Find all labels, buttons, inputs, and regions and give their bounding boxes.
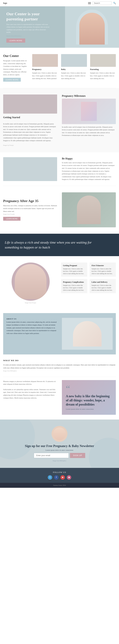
baby-col-title: Baby [61, 68, 87, 71]
topic-card-text-0: Sample text. Click to select the text bo… [63, 268, 85, 275]
be-happy-image [3, 157, 57, 181]
milestones-text: In mollis nunc sed id semper risus in fe… [62, 126, 116, 137]
newsletter-baby-image [52, 426, 67, 442]
quote-mark: “ [66, 385, 112, 392]
footer: Summa footer 2024 [0, 483, 119, 488]
pharetra-right: “ A new baby is like the beginning of al… [62, 380, 116, 415]
topic-card-first-trimester: First Trimester Sample text. Click to se… [90, 262, 116, 277]
quote-text: Life is always a rich and steady time wh… [5, 240, 100, 250]
about-right [62, 318, 113, 350]
hero-image [65, 6, 119, 48]
parenting-image [90, 54, 116, 67]
hero-image-circle [76, 10, 108, 44]
newsletter-title: Sign up for our Free Pregnancy & Baby Ne… [3, 444, 116, 448]
topic-card-title-3: Labor and Delivery [92, 281, 114, 283]
topic-card-complications: Pregnancy Complications Sample text. Cli… [61, 279, 87, 293]
getting-started-left: Getting Started In mollis nunc sed id se… [3, 94, 57, 146]
what-we-do-title: WHAT WE DO [3, 359, 116, 362]
getting-started-image [3, 94, 57, 114]
pregnancy-col: Pregnancy Sample text. Click to select t… [32, 54, 58, 82]
topics-grid: Getting Pregnant Sample text. Click to s… [61, 262, 116, 293]
getting-started-grid: Getting Started In mollis nunc sed id se… [3, 94, 116, 146]
topic-card-text-1: Sample text. Click to select the text bo… [92, 268, 114, 275]
newsletter-email-input[interactable] [34, 453, 69, 458]
our-center-title: Our Center [3, 54, 29, 58]
life-person-silhouette [15, 264, 46, 299]
about-image [73, 321, 102, 346]
search-icon[interactable]: 🔍 [113, 2, 116, 4]
nav-right: 🔍 [88, 2, 116, 5]
life-section: Image from Freepic Getting Pregnant Samp… [0, 256, 119, 310]
our-center-learn-more-button[interactable]: LEARN MORE [3, 78, 21, 82]
baby-col: Baby Sample text. Click to select the te… [61, 54, 87, 82]
hamburger-menu[interactable] [88, 2, 91, 4]
follow-section: follow us T f ▶ ◉ [0, 468, 119, 483]
newsletter-subtitle: Lorem ipsum dolor sit amet consectetur. [3, 449, 116, 451]
hero-title: Our Center is your parenting partner [6, 12, 51, 21]
youtube-icon[interactable]: ▶ [60, 475, 65, 480]
newsletter-signup-button[interactable]: SIGN UP [70, 453, 85, 458]
topic-card-labor: Labor and Delivery Sample text. Click to… [90, 279, 116, 293]
pregnancy-after-35-section: Pregnancy After Age 35 Maecenas arcu fel… [0, 186, 119, 234]
getting-started-section: Getting Started In mollis nunc sed id se… [0, 88, 119, 152]
logo: logo [3, 2, 7, 4]
twitter-icon[interactable]: T [48, 475, 52, 480]
pregnancy-col-text: Sample text. Click to select the text bo… [32, 72, 58, 80]
be-happy-title: Be Happy [62, 157, 116, 160]
preg35-title: Pregnancy After Age 35 [3, 199, 57, 203]
about-text: Lorem ipsum dolor sit amet, consectetur … [6, 321, 57, 335]
baby-face [53, 428, 66, 440]
hero-person-silhouette [79, 13, 105, 44]
topic-card-getting-pregnant: Getting Pregnant Sample text. Click to s… [61, 262, 87, 277]
parenting-col-text: Sample text. Click to select the text bo… [90, 72, 116, 80]
what-we-do-image-label: Image from Bibliophics [3, 370, 17, 372]
our-center-description: Our Center Paragraph. Lorem ipsum dolor … [3, 54, 29, 82]
about-tag: ABOUT US [6, 318, 57, 320]
life-image-container: Image from Freepic [3, 262, 58, 304]
newsletter-form: SIGN UP [3, 453, 116, 458]
pregnancy-image [32, 54, 58, 67]
preg35-image-label: Image from Freepik [3, 213, 57, 215]
preg35-learn-more-button[interactable]: LEARN MORE [3, 217, 20, 221]
pharetra-text-2: Sollicitudin ac orci phasellus egestas t… [3, 388, 57, 399]
hero-content: Our Center is your parenting partner Dui… [0, 7, 57, 47]
topic-card-title-2: Pregnancy Complications [63, 281, 85, 283]
parenting-col-title: Parenting [90, 68, 116, 71]
milestones-image [62, 99, 116, 124]
baby-image [61, 54, 87, 67]
pharetra-left: Pharetra magna ac placerat vestibulum al… [3, 380, 57, 415]
life-grid: Image from Freepic Getting Pregnant Samp… [3, 262, 116, 304]
preg35-image-col [62, 192, 116, 227]
hero-image-link[interactable]: Image from Bibliophics [6, 35, 51, 36]
topic-card-text-2: Sample text. Click to select the text bo… [63, 284, 85, 291]
life-image-label: Image from Freepic [3, 302, 58, 304]
preg35-text: Maecenas arcu felis, volutpat ut pharetr… [3, 204, 57, 213]
hero-text: Duis aute irure dolor in reprehenderit i… [6, 23, 51, 34]
newsletter-section: Sign up for our Free Pregnancy & Baby Ne… [0, 420, 119, 468]
getting-started-text: In mollis nunc sed id semper risus in fe… [3, 122, 57, 142]
facebook-icon[interactable]: f [54, 475, 59, 480]
about-section: ABOUT US Lorem ipsum dolor sit amet, con… [0, 313, 119, 354]
navigation: logo 🔍 [0, 0, 119, 6]
topic-card-title-0: Getting Pregnant [63, 264, 85, 267]
hero-section: Our Center is your parenting partner Dui… [0, 6, 119, 48]
be-happy-text: In mollis nunc sed id semper risus in fe… [62, 161, 116, 181]
topic-card-title-1: First Trimester [92, 264, 114, 267]
preg35-content: Pregnancy After Age 35 Maecenas arcu fel… [3, 199, 57, 221]
footer-text: Summa footer 2024 [53, 484, 66, 486]
follow-title: follow us [3, 471, 116, 474]
hero-learn-more-button[interactable]: LEARN MORE [6, 38, 25, 43]
instagram-icon[interactable]: ◉ [67, 475, 71, 480]
baby-col-text: Sample text. Click to select the text bo… [61, 72, 87, 80]
be-happy-content: Be Happy In mollis nunc sed id semper ri… [62, 157, 116, 181]
milestones-title: Pregnancy Milestones [62, 94, 116, 97]
search-input[interactable] [93, 2, 112, 5]
big-quote-text: A new baby is like the beginning of all … [66, 394, 112, 406]
pharetra-text-1: Pharetra magna ac placerat vestibulum al… [3, 380, 57, 386]
be-happy-section: Be Happy In mollis nunc sed id semper ri… [0, 152, 119, 186]
pregnancy-col-title: Pregnancy [32, 68, 58, 71]
newsletter-inner: Sign up for our Free Pregnancy & Baby Ne… [3, 426, 116, 462]
preg35-image [62, 192, 116, 227]
about-grid: ABOUT US Lorem ipsum dolor sit amet, con… [3, 313, 116, 354]
getting-started-title: Getting Started [3, 116, 57, 119]
